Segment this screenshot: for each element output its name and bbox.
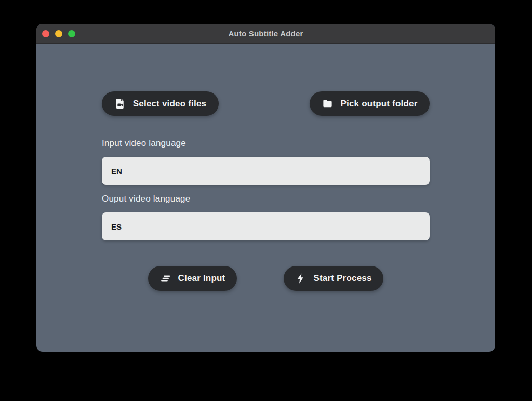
input-language-label: Input video language: [102, 138, 186, 149]
app-window: Auto Subtitle Adder Select video files P…: [36, 24, 495, 352]
start-process-button[interactable]: Start Process: [284, 266, 383, 291]
folder-icon: [322, 98, 334, 110]
select-video-files-label: Select video files: [133, 99, 207, 109]
close-button[interactable]: [42, 30, 49, 37]
video-file-icon: [114, 98, 126, 110]
input-language-field[interactable]: [102, 157, 430, 185]
clear-lines-icon: [160, 273, 171, 284]
zoom-button[interactable]: [68, 30, 75, 37]
pick-output-folder-label: Pick output folder: [340, 99, 417, 109]
clear-input-label: Clear Input: [178, 273, 225, 284]
start-process-label: Start Process: [313, 273, 371, 284]
traffic-lights: [42, 24, 75, 43]
clear-input-button[interactable]: Clear Input: [148, 266, 237, 291]
select-video-files-button[interactable]: Select video files: [102, 91, 219, 116]
lightning-icon: [295, 273, 307, 284]
window-title: Auto Subtitle Adder: [228, 29, 303, 38]
output-language-field[interactable]: [102, 212, 430, 240]
pick-output-folder-button[interactable]: Pick output folder: [310, 91, 430, 116]
titlebar[interactable]: Auto Subtitle Adder: [36, 24, 495, 44]
minimize-button[interactable]: [55, 30, 62, 37]
output-language-label: Ouput video language: [102, 194, 190, 204]
